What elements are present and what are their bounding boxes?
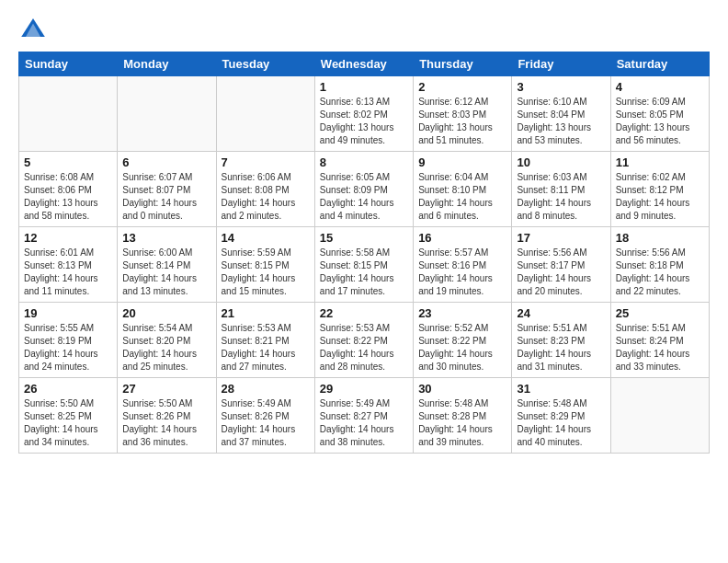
calendar-day-cell: 31Sunrise: 5:48 AM Sunset: 8:29 PM Dayli… <box>512 378 610 454</box>
calendar-day-cell: 5Sunrise: 6:08 AM Sunset: 8:06 PM Daylig… <box>19 152 118 227</box>
logo-icon <box>18 15 48 44</box>
calendar-week-row: 1Sunrise: 6:13 AM Sunset: 8:02 PM Daylig… <box>19 76 710 152</box>
day-info: Sunrise: 5:59 AM Sunset: 8:15 PM Dayligh… <box>222 247 310 298</box>
day-number: 18 <box>616 231 704 245</box>
day-info: Sunrise: 5:56 AM Sunset: 8:18 PM Dayligh… <box>616 247 704 298</box>
day-number: 15 <box>320 231 408 245</box>
day-info: Sunrise: 6:12 AM Sunset: 8:03 PM Dayligh… <box>418 96 506 147</box>
day-info: Sunrise: 6:10 AM Sunset: 8:04 PM Dayligh… <box>517 96 605 147</box>
calendar-day-cell: 16Sunrise: 5:57 AM Sunset: 8:16 PM Dayli… <box>414 227 512 303</box>
day-info: Sunrise: 6:02 AM Sunset: 8:12 PM Dayligh… <box>616 171 704 223</box>
day-info: Sunrise: 6:08 AM Sunset: 8:06 PM Dayligh… <box>24 171 112 223</box>
day-info: Sunrise: 6:13 AM Sunset: 8:02 PM Dayligh… <box>320 96 408 147</box>
day-number: 16 <box>418 231 506 245</box>
day-info: Sunrise: 5:52 AM Sunset: 8:22 PM Dayligh… <box>418 322 506 373</box>
day-number: 30 <box>418 382 506 396</box>
calendar-day-cell: 18Sunrise: 5:56 AM Sunset: 8:18 PM Dayli… <box>610 227 709 303</box>
day-header-monday: Monday <box>118 52 216 76</box>
calendar-day-cell: 12Sunrise: 6:01 AM Sunset: 8:13 PM Dayli… <box>19 227 118 303</box>
day-info: Sunrise: 5:48 AM Sunset: 8:29 PM Dayligh… <box>517 397 605 449</box>
calendar-day-cell: 1Sunrise: 6:13 AM Sunset: 8:02 PM Daylig… <box>314 76 413 152</box>
calendar-day-cell: 6Sunrise: 6:07 AM Sunset: 8:07 PM Daylig… <box>118 152 216 227</box>
calendar-day-cell: 17Sunrise: 5:56 AM Sunset: 8:17 PM Dayli… <box>512 227 610 303</box>
calendar-day-cell: 3Sunrise: 6:10 AM Sunset: 8:04 PM Daylig… <box>512 76 610 152</box>
day-number: 24 <box>517 306 605 320</box>
day-info: Sunrise: 5:48 AM Sunset: 8:28 PM Dayligh… <box>418 397 506 449</box>
calendar-week-row: 12Sunrise: 6:01 AM Sunset: 8:13 PM Dayli… <box>19 227 710 303</box>
day-number: 13 <box>122 231 210 245</box>
day-number: 14 <box>222 231 310 245</box>
calendar-day-cell: 22Sunrise: 5:53 AM Sunset: 8:22 PM Dayli… <box>314 303 413 378</box>
day-number: 8 <box>320 155 408 169</box>
calendar-day-cell: 25Sunrise: 5:51 AM Sunset: 8:24 PM Dayli… <box>610 303 709 378</box>
day-number: 21 <box>222 306 310 320</box>
day-info: Sunrise: 5:53 AM Sunset: 8:22 PM Dayligh… <box>320 322 408 373</box>
day-number: 17 <box>517 231 605 245</box>
day-info: Sunrise: 5:58 AM Sunset: 8:15 PM Dayligh… <box>320 247 408 298</box>
calendar-day-cell <box>216 76 314 152</box>
calendar-day-cell: 15Sunrise: 5:58 AM Sunset: 8:15 PM Dayli… <box>314 227 413 303</box>
day-info: Sunrise: 5:57 AM Sunset: 8:16 PM Dayligh… <box>418 247 506 298</box>
day-number: 28 <box>222 382 310 396</box>
calendar-day-cell: 21Sunrise: 5:53 AM Sunset: 8:21 PM Dayli… <box>216 303 314 378</box>
calendar-table: SundayMondayTuesdayWednesdayThursdayFrid… <box>18 52 710 454</box>
day-number: 27 <box>122 382 210 396</box>
day-header-thursday: Thursday <box>414 52 512 76</box>
calendar-day-cell: 27Sunrise: 5:50 AM Sunset: 8:26 PM Dayli… <box>118 378 216 454</box>
calendar-week-row: 26Sunrise: 5:50 AM Sunset: 8:25 PM Dayli… <box>19 378 710 454</box>
calendar-day-cell: 14Sunrise: 5:59 AM Sunset: 8:15 PM Dayli… <box>216 227 314 303</box>
day-number: 12 <box>24 231 112 245</box>
day-info: Sunrise: 5:55 AM Sunset: 8:19 PM Dayligh… <box>24 322 112 373</box>
day-number: 3 <box>517 80 605 94</box>
calendar-day-cell: 7Sunrise: 6:06 AM Sunset: 8:08 PM Daylig… <box>216 152 314 227</box>
page-header <box>18 15 710 44</box>
day-info: Sunrise: 6:04 AM Sunset: 8:10 PM Dayligh… <box>418 171 506 223</box>
day-number: 20 <box>122 306 210 320</box>
day-info: Sunrise: 5:53 AM Sunset: 8:21 PM Dayligh… <box>222 322 310 373</box>
day-info: Sunrise: 5:54 AM Sunset: 8:20 PM Dayligh… <box>122 322 210 373</box>
logo <box>18 15 51 44</box>
calendar-day-cell <box>118 76 216 152</box>
day-number: 7 <box>222 155 310 169</box>
calendar-day-cell: 10Sunrise: 6:03 AM Sunset: 8:11 PM Dayli… <box>512 152 610 227</box>
day-info: Sunrise: 5:49 AM Sunset: 8:26 PM Dayligh… <box>222 397 310 449</box>
day-number: 29 <box>320 382 408 396</box>
day-info: Sunrise: 6:07 AM Sunset: 8:07 PM Dayligh… <box>122 171 210 223</box>
day-info: Sunrise: 6:01 AM Sunset: 8:13 PM Dayligh… <box>24 247 112 298</box>
day-info: Sunrise: 5:51 AM Sunset: 8:24 PM Dayligh… <box>616 322 704 373</box>
day-header-saturday: Saturday <box>610 52 709 76</box>
calendar-day-cell: 19Sunrise: 5:55 AM Sunset: 8:19 PM Dayli… <box>19 303 118 378</box>
day-header-sunday: Sunday <box>19 52 118 76</box>
day-header-friday: Friday <box>512 52 610 76</box>
calendar-week-row: 5Sunrise: 6:08 AM Sunset: 8:06 PM Daylig… <box>19 152 710 227</box>
calendar-day-cell: 9Sunrise: 6:04 AM Sunset: 8:10 PM Daylig… <box>414 152 512 227</box>
calendar-day-cell: 30Sunrise: 5:48 AM Sunset: 8:28 PM Dayli… <box>414 378 512 454</box>
day-info: Sunrise: 6:05 AM Sunset: 8:09 PM Dayligh… <box>320 171 408 223</box>
day-info: Sunrise: 5:50 AM Sunset: 8:26 PM Dayligh… <box>122 397 210 449</box>
calendar-day-cell <box>610 378 709 454</box>
calendar-day-cell: 8Sunrise: 6:05 AM Sunset: 8:09 PM Daylig… <box>314 152 413 227</box>
day-number: 22 <box>320 306 408 320</box>
day-info: Sunrise: 6:06 AM Sunset: 8:08 PM Dayligh… <box>222 171 310 223</box>
calendar-day-cell: 11Sunrise: 6:02 AM Sunset: 8:12 PM Dayli… <box>610 152 709 227</box>
day-number: 9 <box>418 155 506 169</box>
calendar-header-row: SundayMondayTuesdayWednesdayThursdayFrid… <box>19 52 710 76</box>
day-number: 1 <box>320 80 408 94</box>
day-info: Sunrise: 6:00 AM Sunset: 8:14 PM Dayligh… <box>122 247 210 298</box>
calendar-day-cell: 20Sunrise: 5:54 AM Sunset: 8:20 PM Dayli… <box>118 303 216 378</box>
calendar-day-cell: 24Sunrise: 5:51 AM Sunset: 8:23 PM Dayli… <box>512 303 610 378</box>
day-number: 10 <box>517 155 605 169</box>
day-header-tuesday: Tuesday <box>216 52 314 76</box>
day-info: Sunrise: 5:50 AM Sunset: 8:25 PM Dayligh… <box>24 397 112 449</box>
calendar-day-cell: 23Sunrise: 5:52 AM Sunset: 8:22 PM Dayli… <box>414 303 512 378</box>
day-number: 5 <box>24 155 112 169</box>
calendar-day-cell: 28Sunrise: 5:49 AM Sunset: 8:26 PM Dayli… <box>216 378 314 454</box>
day-number: 19 <box>24 306 112 320</box>
calendar-day-cell <box>19 76 118 152</box>
calendar-day-cell: 4Sunrise: 6:09 AM Sunset: 8:05 PM Daylig… <box>610 76 709 152</box>
calendar-week-row: 19Sunrise: 5:55 AM Sunset: 8:19 PM Dayli… <box>19 303 710 378</box>
day-number: 2 <box>418 80 506 94</box>
day-number: 6 <box>122 155 210 169</box>
day-number: 4 <box>616 80 704 94</box>
day-info: Sunrise: 6:03 AM Sunset: 8:11 PM Dayligh… <box>517 171 605 223</box>
